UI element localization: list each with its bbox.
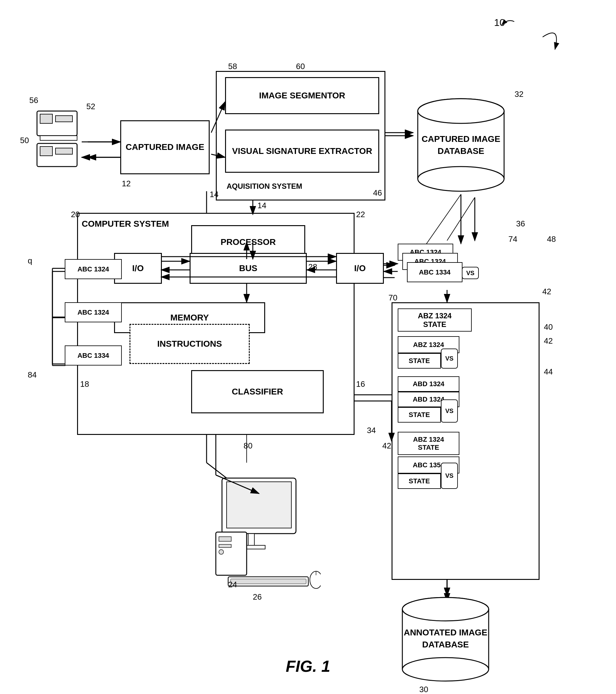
svg-line-95 — [426, 194, 461, 245]
ref-56: 56 — [29, 96, 38, 105]
ref-70: 70 — [389, 293, 397, 303]
svg-point-44 — [418, 99, 504, 123]
image-segmentor-box: IMAGE SEGMENTOR — [225, 77, 379, 114]
ref-q: q — [28, 256, 32, 266]
annotated-image-db: ANNOTATED IMAGE DATABASE — [398, 595, 493, 682]
ref-22: 22 — [356, 210, 365, 219]
svg-rect-53 — [248, 534, 254, 546]
svg-rect-58 — [219, 550, 224, 554]
svg-rect-33 — [40, 114, 52, 123]
ref-42a: 42 — [542, 287, 551, 296]
acquisition-system-label: AQUISITION SYSTEM — [227, 182, 302, 190]
camera-icon — [31, 108, 93, 176]
ref-46: 46 — [373, 188, 382, 198]
svg-point-43 — [418, 167, 504, 191]
svg-rect-57 — [219, 544, 231, 547]
svg-rect-60 — [230, 579, 306, 584]
svg-text:14: 14 — [258, 201, 266, 210]
classifier-box: CLASSIFIER — [191, 370, 324, 413]
svg-rect-34 — [56, 116, 72, 122]
svg-rect-35 — [40, 136, 77, 140]
ref-16: 16 — [356, 379, 365, 389]
ref-30: 30 — [419, 685, 428, 694]
svg-point-50 — [402, 598, 489, 621]
captured-image-db: CAPTURED IMAGE DATABASE — [413, 96, 509, 194]
ref-28: 28 — [308, 262, 317, 272]
ref-80: 80 — [244, 441, 253, 451]
svg-point-61 — [310, 571, 321, 588]
svg-line-20 — [447, 197, 475, 241]
ref-58: 58 — [228, 62, 237, 71]
ref-40: 40 — [544, 322, 553, 332]
ref-34: 34 — [367, 426, 376, 435]
ref-24: 24 — [228, 580, 237, 589]
ref-74: 74 — [508, 234, 517, 244]
ref-12: 12 — [122, 179, 131, 188]
svg-point-49 — [402, 658, 489, 681]
svg-rect-56 — [219, 537, 231, 541]
computer-workstation — [197, 472, 321, 589]
svg-rect-37 — [40, 147, 52, 156]
ref-42c: 42 — [382, 441, 391, 451]
ref-84: 84 — [28, 370, 37, 380]
ref-14: 14 — [210, 190, 219, 199]
ref-60: 60 — [296, 62, 305, 71]
computer-system-label: COMPUTER SYSTEM — [82, 219, 169, 229]
ref-26: 26 — [253, 592, 262, 602]
ref-36: 36 — [516, 219, 525, 229]
io-right-box: I/O — [336, 253, 384, 284]
ref-50: 50 — [20, 136, 29, 145]
ref-44: 44 — [544, 367, 553, 377]
ref-48: 48 — [547, 234, 556, 244]
svg-rect-38 — [56, 148, 72, 154]
ref-18: 18 — [80, 379, 89, 389]
captured-image-box: CAPTURED IMAGE — [120, 120, 210, 174]
svg-rect-52 — [227, 482, 291, 528]
ref-42b: 42 — [544, 336, 553, 346]
ref-20: 20 — [71, 210, 80, 219]
instructions-box: INSTRUCTIONS — [130, 324, 250, 364]
figure-title: FIG. 1 — [286, 657, 330, 675]
ref-32: 32 — [515, 89, 523, 99]
visual-sig-extractor-box: VISUAL SIGNATURE EXTRACTOR — [225, 130, 379, 173]
bus-box: BUS — [190, 253, 307, 284]
